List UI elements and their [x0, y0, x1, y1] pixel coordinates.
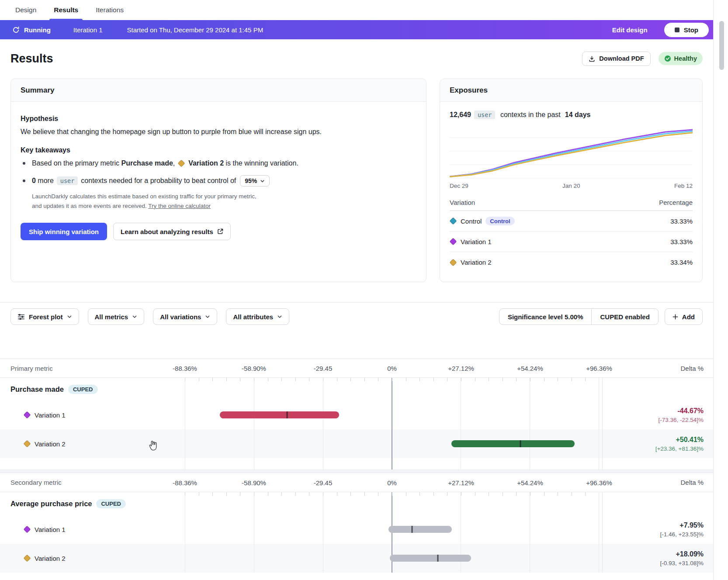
metrics-filter-dropdown[interactable]: All metrics: [88, 308, 145, 325]
chevron-down-icon: [205, 314, 210, 319]
cuped-badge: CUPED: [68, 385, 98, 394]
probability-select[interactable]: 95%: [240, 175, 270, 186]
delta-value: +7.95%: [679, 521, 704, 529]
confidence-interval-bar[interactable]: [220, 411, 339, 418]
learn-about-results-label: Learn about analyzing results: [121, 228, 213, 235]
metric-name: Average purchase price: [10, 500, 92, 508]
attributes-filter-dropdown[interactable]: All attributes: [226, 308, 289, 325]
chevron-down-icon: [277, 314, 282, 319]
exposures-x-axis: Dec 29 Jan 20 Feb 12: [450, 183, 693, 189]
takeaway1-comma: ,: [173, 159, 177, 167]
scrollbar-track[interactable]: [713, 0, 728, 580]
tab-design-label: Design: [15, 6, 36, 14]
confidence-interval-bar[interactable]: [388, 526, 452, 533]
bullet-dot: [23, 162, 25, 165]
running-banner: Running Iteration 1 Started on Thu, Dece…: [0, 20, 713, 39]
tab-iterations[interactable]: Iterations: [96, 0, 124, 20]
forest-row-price-variation-2[interactable]: Variation 2 +18.09% [-0.93, +31.08]%: [0, 544, 713, 573]
forest-row-purchase-variation-2[interactable]: Variation 2 +50.41% [+23.36, +81.36]%: [0, 429, 713, 458]
variation1-diamond-icon: [24, 411, 31, 419]
ship-winning-variation-button[interactable]: Ship winning variation: [21, 223, 107, 240]
delta-value: +18.09%: [676, 550, 704, 558]
tab-iterations-label: Iterations: [96, 6, 124, 14]
learn-about-results-button[interactable]: Learn about analyzing results: [113, 223, 231, 240]
axis-tick: +54.24%: [517, 479, 543, 486]
view-type-dropdown[interactable]: Forest plot: [10, 308, 79, 325]
x-label-mid: Jan 20: [562, 183, 580, 189]
delta-cell: -44.67% [-73.36, -22.54]%: [602, 400, 713, 429]
stop-button[interactable]: Stop: [664, 23, 709, 37]
table-row-variation-2[interactable]: Variation 2 33.34%: [450, 252, 693, 273]
takeaway2-more: more: [36, 177, 54, 185]
cuped-enabled-button[interactable]: CUPED enabled: [591, 309, 658, 325]
scrollbar-thumb[interactable]: [719, 21, 724, 70]
section-bottom-spacer: [0, 458, 713, 470]
plot-gridlines: [185, 400, 599, 429]
takeaways-list: Based on the primary metric Purchase mad…: [21, 159, 416, 186]
metric-row-purchase-made[interactable]: Purchase made CUPED: [0, 378, 713, 400]
takeaway1-variation: Variation 2: [187, 159, 224, 167]
axis-tick: +54.24%: [517, 365, 543, 372]
spacer-label-cell: [0, 458, 173, 470]
plot-cell: [173, 492, 602, 515]
chevron-down-icon: [132, 314, 137, 319]
delta-header-cell: Delta %: [602, 359, 713, 377]
bullet-dot: [23, 180, 25, 182]
axis-cell: -88.36% -58.90% -29.45 0% +27.12% +54.24…: [173, 473, 602, 492]
stop-button-label: Stop: [684, 26, 698, 34]
tab-results[interactable]: Results: [54, 0, 78, 20]
exposures-line-chart[interactable]: [450, 125, 693, 180]
exposures-title: Exposures: [450, 86, 488, 95]
delta-estimate-mark: [412, 526, 413, 533]
edit-design-button[interactable]: Edit design: [612, 26, 648, 34]
health-status-badge[interactable]: Healthy: [659, 52, 703, 65]
plus-icon: [673, 314, 678, 320]
results-toolbar: Forest plot All metrics All variations A…: [10, 308, 703, 325]
exposures-table: Variation Percentage Control Control 33.…: [450, 196, 693, 273]
chevron-down-icon: [67, 314, 72, 319]
fine-print-line2: and updates it as more events are receiv…: [32, 203, 148, 209]
variation-label-cell: Variation 2: [0, 429, 173, 458]
primary-metric-header-row: Primary metric -88.36% -58.90% -29.45 0%…: [0, 359, 713, 378]
axis-scale: -88.36% -58.90% -29.45 0% +27.12% +54.24…: [185, 359, 599, 377]
variations-filter-dropdown[interactable]: All variations: [153, 308, 217, 325]
banner-iteration: Iteration 1: [73, 26, 103, 34]
takeaway-item-1: Based on the primary metric Purchase mad…: [21, 159, 416, 167]
variation-percentage: 33.33%: [670, 238, 693, 245]
axis-scale: -88.36% -58.90% -29.45 0% +27.12% +54.24…: [185, 473, 599, 492]
axis-tick: 0%: [387, 365, 397, 372]
top-tab-bar: Design Results Iterations: [0, 0, 713, 20]
summary-card-header: Summary: [11, 79, 426, 102]
delta-cell: [602, 492, 713, 515]
secondary-metric-header-row: Secondary metric -88.36% -58.90% -29.45 …: [0, 473, 713, 492]
add-metric-button[interactable]: Add: [665, 308, 703, 325]
exposure-count: 12,649: [450, 111, 471, 119]
x-label-start: Dec 29: [450, 183, 468, 189]
confidence-interval-text: [-73.36, -22.54]%: [658, 417, 704, 423]
delta-value: +50.41%: [676, 436, 704, 444]
confidence-interval-bar[interactable]: [451, 440, 575, 447]
download-pdf-label: Download PDF: [599, 55, 644, 62]
x-label-end: Feb 12: [674, 183, 693, 189]
tab-design[interactable]: Design: [15, 0, 36, 20]
forest-row-price-variation-1[interactable]: Variation 1 +7.95% [-1.46, +23.55]%: [0, 515, 713, 544]
metric-row-average-purchase-price[interactable]: Average purchase price CUPED: [0, 492, 713, 515]
section-divider: [0, 302, 713, 303]
view-type-label: Forest plot: [29, 313, 63, 321]
exposures-table-header: Variation Percentage: [450, 196, 693, 211]
delta-cell: +50.41% [+23.36, +81.36]%: [602, 429, 713, 458]
check-circle-icon: [664, 55, 671, 62]
axis-tick: +96.36%: [586, 479, 612, 486]
online-calculator-link[interactable]: Try the online calculator: [148, 203, 211, 209]
forest-row-purchase-variation-1[interactable]: Variation 1 -44.67% [-73.36, -22.54]%: [0, 400, 713, 429]
refresh-icon: [12, 26, 20, 34]
download-pdf-button[interactable]: Download PDF: [582, 52, 650, 66]
confidence-interval-text: [+23.36, +81.36]%: [655, 445, 704, 452]
table-row-control[interactable]: Control Control 33.33%: [450, 211, 693, 231]
forest-plot-table: Primary metric -88.36% -58.90% -29.45 0%…: [0, 359, 713, 573]
confidence-interval-bar[interactable]: [390, 555, 471, 562]
delta-cell: [602, 378, 713, 400]
metric-name-cell: Purchase made CUPED: [0, 378, 173, 400]
table-row-variation-1[interactable]: Variation 1 33.33%: [450, 231, 693, 252]
significance-level-button[interactable]: Significance level 5.00%: [499, 309, 592, 325]
